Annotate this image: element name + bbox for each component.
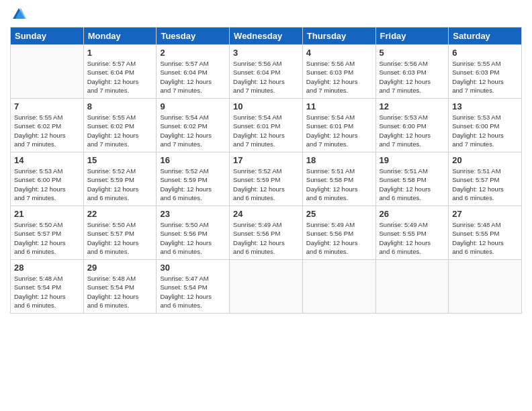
calendar-cell: 22Sunrise: 5:50 AM Sunset: 5:57 PM Dayli… bbox=[83, 206, 157, 260]
calendar-cell: 20Sunrise: 5:51 AM Sunset: 5:57 PM Dayli… bbox=[449, 152, 522, 206]
day-number: 18 bbox=[306, 155, 372, 165]
page-container: SundayMondayTuesdayWednesdayThursdayFrid… bbox=[0, 0, 532, 320]
day-number: 27 bbox=[452, 209, 518, 219]
day-number: 4 bbox=[306, 48, 372, 58]
day-info: Sunrise: 5:49 AM Sunset: 5:56 PM Dayligh… bbox=[306, 220, 372, 256]
calendar-cell: 21Sunrise: 5:50 AM Sunset: 5:57 PM Dayli… bbox=[11, 206, 84, 260]
calendar-header-day: Thursday bbox=[302, 28, 375, 45]
day-info: Sunrise: 5:56 AM Sunset: 6:03 PM Dayligh… bbox=[380, 59, 445, 95]
day-number: 9 bbox=[160, 101, 226, 111]
day-number: 23 bbox=[160, 209, 226, 219]
day-number: 12 bbox=[380, 101, 445, 111]
calendar-week-row: 7Sunrise: 5:55 AM Sunset: 6:02 PM Daylig… bbox=[11, 99, 522, 152]
day-info: Sunrise: 5:49 AM Sunset: 5:56 PM Dayligh… bbox=[233, 220, 299, 256]
day-number: 2 bbox=[160, 48, 226, 58]
calendar-cell: 1Sunrise: 5:57 AM Sunset: 6:04 PM Daylig… bbox=[83, 45, 157, 99]
calendar-header-day: Saturday bbox=[449, 28, 522, 45]
calendar-cell bbox=[230, 260, 303, 314]
day-number: 14 bbox=[14, 155, 80, 165]
day-number: 20 bbox=[452, 155, 518, 165]
day-number: 13 bbox=[452, 101, 518, 111]
calendar-cell: 13Sunrise: 5:53 AM Sunset: 6:00 PM Dayli… bbox=[449, 99, 522, 152]
calendar-cell: 8Sunrise: 5:55 AM Sunset: 6:02 PM Daylig… bbox=[83, 99, 157, 152]
day-info: Sunrise: 5:56 AM Sunset: 6:03 PM Dayligh… bbox=[306, 59, 372, 95]
day-info: Sunrise: 5:55 AM Sunset: 6:03 PM Dayligh… bbox=[452, 59, 518, 95]
calendar-cell bbox=[449, 260, 522, 314]
calendar-cell: 30Sunrise: 5:47 AM Sunset: 5:54 PM Dayli… bbox=[157, 260, 230, 314]
day-info: Sunrise: 5:50 AM Sunset: 5:57 PM Dayligh… bbox=[87, 220, 153, 256]
calendar-cell: 15Sunrise: 5:52 AM Sunset: 5:59 PM Dayli… bbox=[83, 152, 157, 206]
day-number: 1 bbox=[87, 48, 153, 58]
calendar-cell: 12Sunrise: 5:53 AM Sunset: 6:00 PM Dayli… bbox=[375, 99, 449, 152]
day-number: 5 bbox=[380, 48, 445, 58]
day-number: 30 bbox=[160, 263, 226, 273]
calendar-cell: 25Sunrise: 5:49 AM Sunset: 5:56 PM Dayli… bbox=[302, 206, 375, 260]
calendar-cell: 14Sunrise: 5:53 AM Sunset: 6:00 PM Dayli… bbox=[11, 152, 84, 206]
calendar-cell: 10Sunrise: 5:54 AM Sunset: 6:01 PM Dayli… bbox=[230, 99, 303, 152]
calendar-week-row: 14Sunrise: 5:53 AM Sunset: 6:00 PM Dayli… bbox=[11, 152, 522, 206]
calendar-cell: 5Sunrise: 5:56 AM Sunset: 6:03 PM Daylig… bbox=[375, 45, 449, 99]
calendar-cell: 23Sunrise: 5:50 AM Sunset: 5:56 PM Dayli… bbox=[157, 206, 230, 260]
day-info: Sunrise: 5:57 AM Sunset: 6:04 PM Dayligh… bbox=[160, 59, 226, 95]
day-number: 26 bbox=[380, 209, 445, 219]
calendar-cell: 2Sunrise: 5:57 AM Sunset: 6:04 PM Daylig… bbox=[157, 45, 230, 99]
day-info: Sunrise: 5:56 AM Sunset: 6:04 PM Dayligh… bbox=[233, 59, 299, 95]
calendar-header-row: SundayMondayTuesdayWednesdayThursdayFrid… bbox=[11, 28, 522, 45]
day-info: Sunrise: 5:55 AM Sunset: 6:02 PM Dayligh… bbox=[14, 113, 80, 148]
logo-icon bbox=[11, 7, 26, 21]
page-header bbox=[10, 7, 522, 21]
day-number: 7 bbox=[14, 101, 80, 111]
calendar-cell: 18Sunrise: 5:51 AM Sunset: 5:58 PM Dayli… bbox=[302, 152, 375, 206]
day-number: 15 bbox=[87, 155, 153, 165]
day-number: 29 bbox=[87, 263, 153, 273]
calendar-week-row: 21Sunrise: 5:50 AM Sunset: 5:57 PM Dayli… bbox=[11, 206, 522, 260]
day-info: Sunrise: 5:47 AM Sunset: 5:54 PM Dayligh… bbox=[160, 274, 226, 310]
day-number: 25 bbox=[306, 209, 372, 219]
calendar-cell: 4Sunrise: 5:56 AM Sunset: 6:03 PM Daylig… bbox=[302, 45, 375, 99]
calendar-cell: 3Sunrise: 5:56 AM Sunset: 6:04 PM Daylig… bbox=[230, 45, 303, 99]
calendar-cell: 16Sunrise: 5:52 AM Sunset: 5:59 PM Dayli… bbox=[157, 152, 230, 206]
day-info: Sunrise: 5:57 AM Sunset: 6:04 PM Dayligh… bbox=[87, 59, 153, 95]
calendar-header-day: Sunday bbox=[11, 28, 84, 45]
day-number: 21 bbox=[14, 209, 80, 219]
day-info: Sunrise: 5:53 AM Sunset: 6:00 PM Dayligh… bbox=[452, 113, 518, 148]
day-info: Sunrise: 5:51 AM Sunset: 5:58 PM Dayligh… bbox=[380, 167, 445, 202]
calendar-cell: 7Sunrise: 5:55 AM Sunset: 6:02 PM Daylig… bbox=[11, 99, 84, 152]
calendar-cell bbox=[375, 260, 449, 314]
calendar-cell: 11Sunrise: 5:54 AM Sunset: 6:01 PM Dayli… bbox=[302, 99, 375, 152]
calendar-cell bbox=[302, 260, 375, 314]
day-number: 10 bbox=[233, 101, 299, 111]
day-info: Sunrise: 5:52 AM Sunset: 5:59 PM Dayligh… bbox=[160, 167, 226, 202]
calendar-cell: 24Sunrise: 5:49 AM Sunset: 5:56 PM Dayli… bbox=[230, 206, 303, 260]
day-info: Sunrise: 5:51 AM Sunset: 5:58 PM Dayligh… bbox=[306, 167, 372, 202]
calendar-cell: 9Sunrise: 5:54 AM Sunset: 6:02 PM Daylig… bbox=[157, 99, 230, 152]
calendar-cell: 6Sunrise: 5:55 AM Sunset: 6:03 PM Daylig… bbox=[449, 45, 522, 99]
day-info: Sunrise: 5:52 AM Sunset: 5:59 PM Dayligh… bbox=[87, 167, 153, 202]
calendar-week-row: 28Sunrise: 5:48 AM Sunset: 5:54 PM Dayli… bbox=[11, 260, 522, 314]
day-number: 3 bbox=[233, 48, 299, 58]
calendar-cell bbox=[11, 45, 84, 99]
calendar-table: SundayMondayTuesdayWednesdayThursdayFrid… bbox=[10, 27, 522, 314]
day-info: Sunrise: 5:54 AM Sunset: 6:01 PM Dayligh… bbox=[306, 113, 372, 148]
day-info: Sunrise: 5:51 AM Sunset: 5:57 PM Dayligh… bbox=[452, 167, 518, 202]
day-info: Sunrise: 5:54 AM Sunset: 6:02 PM Dayligh… bbox=[160, 113, 226, 148]
day-number: 11 bbox=[306, 101, 372, 111]
calendar-week-row: 1Sunrise: 5:57 AM Sunset: 6:04 PM Daylig… bbox=[11, 45, 522, 99]
day-info: Sunrise: 5:54 AM Sunset: 6:01 PM Dayligh… bbox=[233, 113, 299, 148]
calendar-header-day: Monday bbox=[83, 28, 157, 45]
calendar-cell: 19Sunrise: 5:51 AM Sunset: 5:58 PM Dayli… bbox=[375, 152, 449, 206]
calendar-cell: 26Sunrise: 5:49 AM Sunset: 5:55 PM Dayli… bbox=[375, 206, 449, 260]
day-info: Sunrise: 5:50 AM Sunset: 5:56 PM Dayligh… bbox=[160, 220, 226, 256]
day-info: Sunrise: 5:52 AM Sunset: 5:59 PM Dayligh… bbox=[233, 167, 299, 202]
calendar-header-day: Friday bbox=[375, 28, 449, 45]
day-info: Sunrise: 5:53 AM Sunset: 6:00 PM Dayligh… bbox=[14, 167, 80, 202]
day-number: 24 bbox=[233, 209, 299, 219]
day-info: Sunrise: 5:55 AM Sunset: 6:02 PM Dayligh… bbox=[87, 113, 153, 148]
calendar-header-day: Tuesday bbox=[157, 28, 230, 45]
logo bbox=[10, 7, 26, 21]
day-number: 19 bbox=[380, 155, 445, 165]
day-info: Sunrise: 5:53 AM Sunset: 6:00 PM Dayligh… bbox=[380, 113, 445, 148]
day-info: Sunrise: 5:48 AM Sunset: 5:54 PM Dayligh… bbox=[87, 274, 153, 310]
day-info: Sunrise: 5:48 AM Sunset: 5:55 PM Dayligh… bbox=[452, 220, 518, 256]
day-number: 16 bbox=[160, 155, 226, 165]
